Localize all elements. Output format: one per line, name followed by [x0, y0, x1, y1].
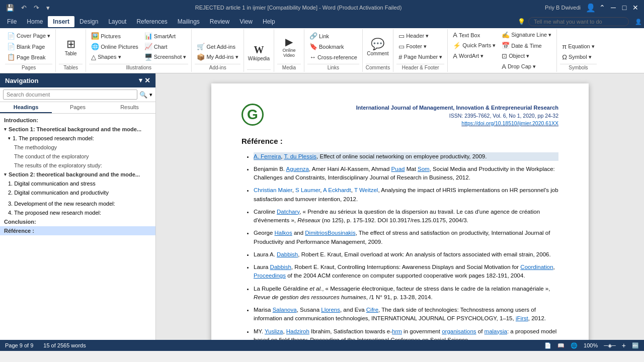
- nav-item-development[interactable]: 3. Development of the new research model…: [0, 199, 155, 208]
- menu-home[interactable]: Home: [22, 16, 48, 27]
- profile-icon[interactable]: 👤: [586, 3, 596, 13]
- cross-reference-button[interactable]: ↔ Cross-reference: [307, 52, 359, 62]
- tell-me-input[interactable]: Tell me what you want to do: [528, 17, 629, 26]
- quick-parts-button[interactable]: ⚡ Quick Parts ▾: [451, 41, 498, 50]
- signature-line-button[interactable]: ✍ Signature Line ▾: [500, 30, 553, 40]
- ref-author-link[interactable]: Christian Maier: [254, 187, 292, 193]
- blank-page-button[interactable]: 📄 Blank Page: [5, 42, 52, 51]
- save-icon[interactable]: 💾: [4, 3, 16, 13]
- zoom-in-button[interactable]: +: [622, 341, 626, 349]
- comment-button[interactable]: 💬 Comment: [367, 33, 389, 62]
- document-area[interactable]: G International Journal of Management, I…: [156, 73, 644, 340]
- customize-icon[interactable]: ▾: [44, 3, 52, 13]
- nav-tab-results[interactable]: Results: [104, 102, 155, 113]
- close-button[interactable]: ✕: [631, 3, 640, 12]
- search-dropdown-icon[interactable]: ▾: [149, 92, 152, 98]
- language-indicator[interactable]: 🔤: [632, 342, 639, 349]
- zoom-slider[interactable]: ─◈─: [604, 342, 616, 349]
- expand-icon: ▾: [4, 127, 7, 132]
- footer-button[interactable]: ▭ Footer ▾: [396, 42, 444, 51]
- nav-item-section1[interactable]: ▾ Section 1: Theoretical background and …: [0, 125, 155, 134]
- menu-references[interactable]: References: [131, 16, 172, 27]
- share-icon[interactable]: 👤: [635, 19, 642, 25]
- nav-tab-pages[interactable]: Pages: [52, 102, 104, 113]
- redo-icon[interactable]: ↷: [32, 3, 41, 13]
- ref-author-link[interactable]: S Laumer: [295, 187, 320, 193]
- journal-doi: https://doi.org/10.18510/ijmier.2020.61X…: [269, 120, 558, 128]
- nav-item-conclusion[interactable]: Conclusion:: [0, 217, 155, 226]
- ref-section-title: Référence :: [242, 136, 558, 147]
- page-break-button[interactable]: 📋 Page Break: [5, 52, 52, 62]
- menu-view[interactable]: View: [234, 16, 258, 27]
- ref-author-link[interactable]: A Eckhardt: [323, 187, 351, 193]
- smartart-button[interactable]: 📊 SmartArt: [142, 31, 189, 41]
- online-pictures-button[interactable]: 🌐 Online Pictures: [89, 42, 140, 51]
- symbol-button[interactable]: Ω Symbol ▾: [560, 52, 596, 62]
- get-addins-button[interactable]: 🛒 Get Add-ins: [195, 42, 240, 51]
- search-icon[interactable]: 🔍: [139, 91, 147, 99]
- table-button[interactable]: ⊞ Table: [60, 33, 82, 62]
- journal-name: International Journal of Management, Inn…: [269, 104, 558, 112]
- menu-help[interactable]: Help: [258, 16, 280, 27]
- nav-item-reference[interactable]: Référence :: [0, 226, 155, 235]
- ribbon-toggle-button[interactable]: ⌃: [598, 3, 607, 12]
- page-number-button[interactable]: # Page Number ▾: [396, 52, 444, 62]
- bookmark-button[interactable]: 🔖 Bookmark: [307, 42, 359, 51]
- nav-tab-headings[interactable]: Headings: [0, 102, 52, 113]
- menu-file[interactable]: File: [2, 16, 22, 27]
- menu-mailings[interactable]: Mailings: [173, 16, 205, 27]
- list-item: Marisa Salanova, Susana Llorens, and Eva…: [254, 306, 558, 323]
- header-button[interactable]: ▭ Header ▾: [396, 31, 444, 41]
- shapes-button[interactable]: △ Shapes ▾: [89, 52, 140, 62]
- ref-author: Hadziroh: [286, 328, 309, 334]
- object-button[interactable]: ⊡ Object ▾: [500, 51, 553, 61]
- wordart-button[interactable]: A WordArt ▾: [451, 51, 498, 61]
- ribbon-group-pages: 📄 Cover Page ▾ 📄 Blank Page 📋 Page Break…: [2, 29, 56, 72]
- nav-item-digital-stress[interactable]: 1. Digital communication and stress: [0, 179, 155, 188]
- header-footer-group-label: Header & Footer: [396, 64, 444, 71]
- drop-cap-button[interactable]: A Drop Cap ▾: [500, 62, 553, 71]
- nav-item-conduct[interactable]: The conduct of the exploratory: [0, 152, 155, 161]
- menu-layout[interactable]: Layout: [103, 16, 131, 27]
- nav-item-proposed-model[interactable]: ▾ 1. The proposed research model:: [0, 134, 155, 143]
- menu-review[interactable]: Review: [205, 16, 234, 27]
- menu-insert[interactable]: Insert: [48, 16, 74, 27]
- ref-author-link[interactable]: T Weitzel: [354, 187, 378, 193]
- nav-search-input[interactable]: [3, 89, 137, 100]
- nav-item-new-model[interactable]: 4. The proposed new research model:: [0, 208, 155, 217]
- nav-item-methodology[interactable]: The methodology: [0, 143, 155, 152]
- page-number: Page 9 of 9: [5, 342, 33, 348]
- view-web-icon[interactable]: 🌐: [571, 342, 578, 349]
- minimize-button[interactable]: ─: [609, 3, 618, 12]
- reference-list: A. Ferreira, T. du Plessis, Effect of on…: [242, 152, 558, 340]
- doc-header-row: G International Journal of Management, I…: [242, 104, 558, 128]
- nav-item-introduction[interactable]: Introduction:: [0, 116, 155, 125]
- menu-design[interactable]: Design: [74, 16, 103, 27]
- undo-icon[interactable]: ↶: [19, 3, 29, 13]
- date-time-button[interactable]: 📅 Date & Time: [500, 41, 553, 50]
- nav-search-area: 🔍 ▾: [0, 87, 155, 102]
- nav-collapse-button[interactable]: ▾: [139, 76, 142, 84]
- text-box-button[interactable]: A Text Box: [451, 30, 498, 40]
- screenshot-button[interactable]: 🖥️ Screenshot ▾: [142, 52, 189, 62]
- pictures-button[interactable]: 🖼️ Pictures: [89, 31, 140, 41]
- nav-item-digital-productivity[interactable]: 2. Digital communication and productivit…: [0, 188, 155, 197]
- view-print-layout-icon[interactable]: 📄: [544, 342, 551, 349]
- maximize-button[interactable]: □: [620, 3, 629, 12]
- nav-close-button[interactable]: ✕: [144, 76, 150, 84]
- list-item: La Rupelle Géraldine et al., « Messageri…: [254, 285, 558, 302]
- wikipedia-button[interactable]: W Wikipedia: [248, 38, 270, 67]
- ref-author: Cifre: [366, 307, 378, 313]
- online-video-button[interactable]: ▶ OnlineVideo: [278, 33, 300, 62]
- nav-item-section2[interactable]: ▾ Section 2: theoretical background and …: [0, 170, 155, 179]
- wikipedia-group-label: [247, 69, 271, 71]
- cover-page-button[interactable]: 📄 Cover Page ▾: [5, 31, 52, 41]
- view-read-mode-icon[interactable]: 📖: [557, 342, 565, 349]
- chart-button[interactable]: 📈 Chart: [142, 42, 189, 51]
- doi-link[interactable]: https://doi.org/10.18510/ijmier.2020.61X…: [461, 120, 558, 126]
- equation-button[interactable]: π Equation ▾: [560, 42, 596, 51]
- my-addins-button[interactable]: 📦 My Add-ins ▾: [195, 52, 240, 62]
- nav-item-results[interactable]: The results of the exploratory study:: [0, 161, 155, 170]
- illustrations-group-label: Illustrations: [89, 64, 188, 71]
- link-button[interactable]: 🔗 Link: [307, 31, 359, 41]
